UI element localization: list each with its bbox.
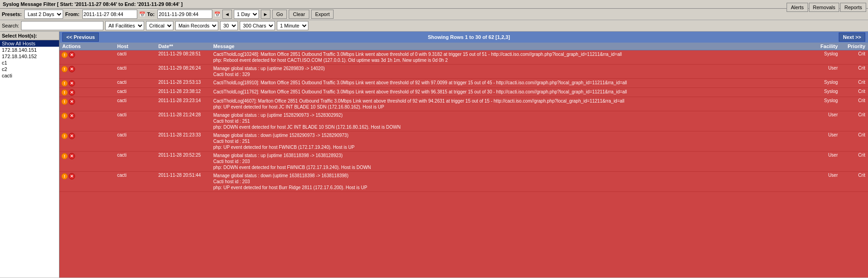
from-input[interactable] [82,10,137,19]
date-cell: 2011-11-29 08:28:51 [157,51,212,57]
alert-icon[interactable]: ! [61,113,68,119]
table-row: !✕cacti2011-11-28 23:38:12CactiTholdLog[… [59,88,868,97]
prev-button[interactable]: << Previous [62,33,99,42]
actions-cell: !✕ [61,112,116,119]
message-cell: CactiTholdLog[11762]: Marlton Office 285… [212,88,802,95]
message-cell: Manage global status : up (uptime 262898… [212,65,802,78]
content-header: << Previous Showing Rows 1 to 30 of 62 [… [59,32,868,43]
host-item[interactable]: 172.18.140.152 [0,53,59,60]
host-item[interactable]: cacti [0,72,59,79]
chars-select[interactable]: 300 Chars [240,21,275,30]
priority-cell: Crit [839,65,866,71]
count-select[interactable]: 30 [220,21,238,30]
remove-icon[interactable]: ✕ [69,173,75,180]
alert-icon[interactable]: ! [61,89,68,96]
host-cell: cacti [116,98,157,104]
arrow-left-btn[interactable]: ◄ [222,10,232,19]
severity-select[interactable]: Critical [146,21,173,30]
search-row: Search: All Facilities Critical Main Rec… [0,20,868,32]
alerts-button[interactable]: Alerts [787,3,808,12]
message-cell: Manage global status : down (uptime 1528… [212,132,802,151]
table-row: !✕cacti2011-11-29 08:26:24Manage global … [59,65,868,79]
content-area: << Previous Showing Rows 1 to 30 of 62 [… [59,32,868,278]
remove-icon[interactable]: ✕ [69,133,75,139]
to-input[interactable] [157,10,212,19]
host-item[interactable]: 172.18.140.151 [0,47,59,53]
actions-cell: !✕ [61,79,116,87]
host-cell: cacti [116,132,157,138]
remove-icon[interactable]: ✕ [69,153,75,159]
search-input[interactable] [21,21,103,30]
from-label: From: [65,11,79,17]
remove-icon[interactable]: ✕ [69,80,75,87]
calendar-icon-2[interactable]: 📅 [214,11,221,17]
message-cell: Manage global status : down (uptime 1638… [212,172,802,191]
table-row: !✕cacti2011-11-28 21:24:28Manage global … [59,111,868,131]
remove-icon[interactable]: ✕ [69,113,75,119]
alert-icon[interactable]: ! [61,173,68,180]
alert-icon[interactable]: ! [61,153,68,159]
facility-cell: Syslog [802,79,839,85]
host-item[interactable]: Show All Hosts [0,40,59,47]
host-list: Show All Hosts172.18.140.151172.18.140.1… [0,40,59,278]
records-select[interactable]: Main Records [175,21,218,30]
priority-cell: Crit [839,132,866,138]
interval-select[interactable]: 1 Day [234,10,259,19]
host-cell: cacti [116,51,157,57]
remove-icon[interactable]: ✕ [69,89,75,96]
window-title: Syslog Message Filter [ Start: '2011-11-… [3,1,183,7]
facility-cell: User [802,152,839,158]
host-cell: cacti [116,172,157,178]
removals-button[interactable]: Removals [809,3,840,12]
host-item[interactable]: c1 [0,60,59,66]
refresh-select[interactable]: 1 Minute [277,21,308,30]
actions-cell: !✕ [61,152,116,159]
col-facility: Facility [802,44,839,49]
message-cell: Manage global status : up (uptime 163811… [212,152,802,171]
host-cell: cacti [116,112,157,118]
export-button[interactable]: Export [311,10,334,19]
presets-select[interactable]: Last 2 Days [24,10,63,19]
priority-cell: Crit [839,98,866,104]
reports-button[interactable]: Reports [840,3,866,12]
col-host: Host [116,44,157,49]
col-actions: Actions [61,44,116,49]
remove-icon[interactable]: ✕ [69,66,75,72]
priority-cell: Crit [839,79,866,85]
table-row: !✕cacti2011-11-28 23:23:14CactiTholdLog[… [59,97,868,111]
records-area: !✕cacti2011-11-29 08:28:51CactiTholdLog[… [59,50,868,278]
remove-icon[interactable]: ✕ [69,52,75,58]
sidebar-title: Select Host(s): [0,32,59,40]
facilities-select[interactable]: All Facilities [105,21,144,30]
host-cell: cacti [116,88,157,94]
clear-button[interactable]: Clear [289,10,309,19]
date-cell: 2011-11-28 21:23:33 [157,132,212,138]
actions-cell: !✕ [61,51,116,58]
go-button[interactable]: Go [272,10,287,19]
alert-icon[interactable]: ! [61,66,68,72]
table-row: !✕cacti2011-11-28 20:52:25Manage global … [59,152,868,172]
next-button[interactable]: Next >> [839,33,865,42]
col-date: Date** [157,44,212,49]
message-cell: CactiTholdLog[4607]: Marlton Office 2851… [212,98,802,110]
actions-cell: !✕ [61,172,116,180]
host-item[interactable]: c2 [0,66,59,72]
actions-cell: !✕ [61,88,116,96]
date-cell: 2011-11-28 20:51:44 [157,172,212,178]
host-cell: cacti [116,79,157,85]
remove-icon[interactable]: ✕ [69,98,75,105]
col-message: Message [212,44,802,49]
priority-cell: Crit [839,51,866,57]
alert-icon[interactable]: ! [61,80,68,87]
alert-icon[interactable]: ! [61,98,68,105]
arrow-right-btn[interactable]: ► [261,10,270,19]
calendar-icon[interactable]: 📅 [139,11,146,17]
message-cell: Manage global status : up (uptime 152829… [212,112,802,131]
priority-cell: Crit [839,88,866,94]
alert-icon[interactable]: ! [61,133,68,139]
alert-icon[interactable]: ! [61,52,68,58]
main-area: Select Host(s): Show All Hosts172.18.140… [0,32,868,278]
host-cell: cacti [116,152,157,158]
message-cell: CactiTholdLog[18910]: Marlton Office 285… [212,79,802,86]
table-row: !✕cacti2011-11-28 20:51:44Manage global … [59,172,868,192]
